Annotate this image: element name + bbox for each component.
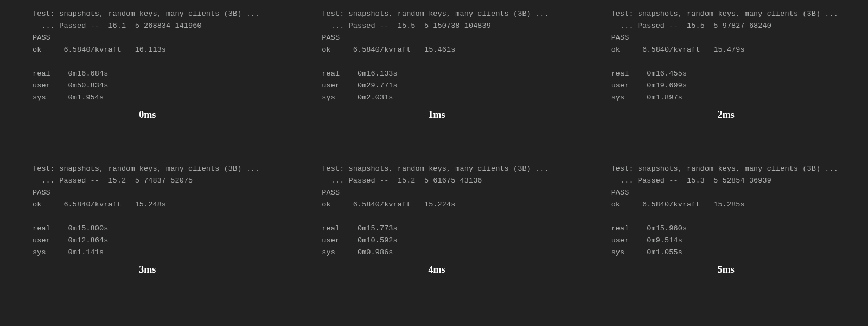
line-real: real 0m15.800s	[33, 224, 108, 233]
line-ok: ok 6.5840/kvraft 15.479s	[611, 46, 745, 54]
caption: 5ms	[611, 264, 841, 275]
result-panel-1ms: Test: snapshots, random keys, many clien…	[289, 8, 578, 163]
line-pass: PASS	[611, 34, 629, 42]
line-real: real 0m16.133s	[322, 70, 397, 78]
line-sys: sys 0m2.031s	[322, 93, 393, 102]
terminal-output: Test: snapshots, random keys, many clien…	[322, 163, 551, 259]
caption: 2ms	[611, 109, 841, 121]
line-pass: PASS	[33, 189, 50, 197]
line-user: user 0m29.771s	[322, 82, 397, 90]
line-pass: PASS	[33, 34, 50, 42]
line-passed: ... Passed -- 15.5 5 150738 104839	[322, 22, 491, 30]
result-panel-0ms: Test: snapshots, random keys, many clien…	[0, 8, 289, 163]
line-ok: ok 6.5840/kvraft 16.113s	[33, 46, 166, 54]
caption: 0ms	[33, 109, 262, 121]
line-user: user 0m9.514s	[611, 236, 682, 244]
terminal-output: Test: snapshots, random keys, many clien…	[33, 163, 262, 259]
line-passed: ... Passed -- 15.3 5 52854 36939	[611, 177, 771, 185]
result-panel-2ms: Test: snapshots, random keys, many clien…	[579, 8, 868, 163]
line-user: user 0m12.864s	[33, 236, 108, 244]
line-pass: PASS	[611, 189, 629, 197]
line-test: Test: snapshots, random keys, many clien…	[322, 10, 548, 18]
line-real: real 0m15.773s	[322, 224, 397, 233]
caption: 4ms	[322, 264, 551, 275]
line-test: Test: snapshots, random keys, many clien…	[33, 10, 259, 18]
line-passed: ... Passed -- 15.5 5 97827 68240	[611, 22, 771, 30]
line-pass: PASS	[322, 189, 340, 197]
line-test: Test: snapshots, random keys, many clien…	[322, 165, 548, 173]
line-sys: sys 0m1.897s	[611, 93, 682, 102]
results-grid: Test: snapshots, random keys, many clien…	[0, 0, 868, 326]
line-user: user 0m19.699s	[611, 82, 687, 90]
caption: 1ms	[322, 109, 551, 121]
line-test: Test: snapshots, random keys, many clien…	[611, 10, 838, 18]
line-ok: ok 6.5840/kvraft 15.461s	[322, 46, 455, 54]
terminal-output: Test: snapshots, random keys, many clien…	[322, 8, 551, 104]
line-user: user 0m50.834s	[33, 82, 108, 90]
terminal-output: Test: snapshots, random keys, many clien…	[611, 163, 841, 259]
line-real: real 0m15.960s	[611, 224, 687, 233]
terminal-output: Test: snapshots, random keys, many clien…	[611, 8, 841, 104]
line-ok: ok 6.5840/kvraft 15.224s	[322, 200, 455, 209]
line-ok: ok 6.5840/kvraft 15.285s	[611, 200, 745, 209]
line-passed: ... Passed -- 16.1 5 268834 141960	[33, 22, 202, 30]
line-test: Test: snapshots, random keys, many clien…	[611, 165, 838, 173]
result-panel-4ms: Test: snapshots, random keys, many clien…	[289, 163, 578, 318]
line-real: real 0m16.455s	[611, 70, 687, 78]
line-sys: sys 0m0.986s	[322, 248, 393, 256]
line-ok: ok 6.5840/kvraft 15.248s	[33, 200, 166, 209]
line-user: user 0m10.592s	[322, 236, 397, 244]
line-sys: sys 0m1.141s	[33, 248, 104, 256]
result-panel-3ms: Test: snapshots, random keys, many clien…	[0, 163, 289, 318]
line-sys: sys 0m1.954s	[33, 93, 104, 102]
result-panel-5ms: Test: snapshots, random keys, many clien…	[579, 163, 868, 318]
line-real: real 0m16.684s	[33, 70, 108, 78]
line-passed: ... Passed -- 15.2 5 74837 52075	[33, 177, 193, 185]
line-sys: sys 0m1.055s	[611, 248, 682, 256]
line-passed: ... Passed -- 15.2 5 61675 43136	[322, 177, 482, 185]
terminal-output: Test: snapshots, random keys, many clien…	[33, 8, 262, 104]
line-test: Test: snapshots, random keys, many clien…	[33, 165, 259, 173]
caption: 3ms	[33, 264, 262, 275]
line-pass: PASS	[322, 34, 340, 42]
